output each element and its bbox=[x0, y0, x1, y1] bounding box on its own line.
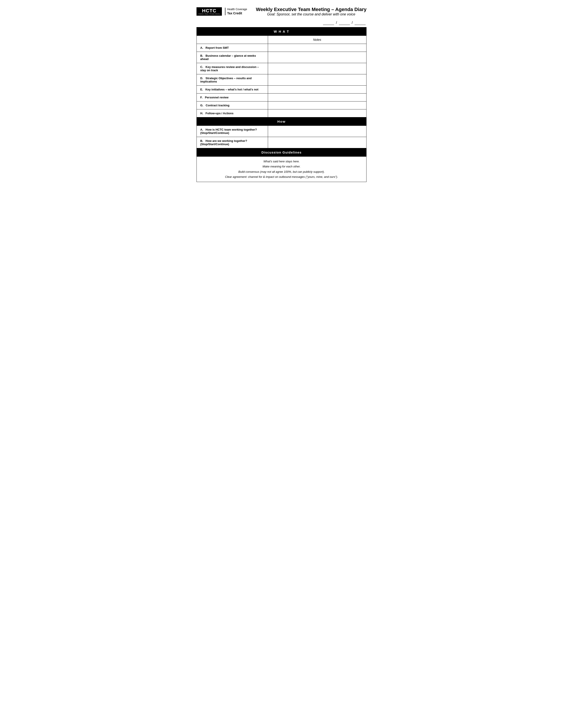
item-e-text: Key initiatives – what's hot / what's no… bbox=[205, 88, 258, 91]
how-a-label: A. How is HCTC team working together? (S… bbox=[197, 126, 268, 137]
how-a-text: How is HCTC team working together? (Stop… bbox=[200, 128, 257, 135]
how-section-row: How bbox=[197, 117, 367, 126]
logo-acronym: HCTC bbox=[202, 8, 216, 13]
item-f-notes bbox=[268, 94, 366, 101]
what-blank-label bbox=[197, 36, 268, 44]
item-g-label: G. Contract tracking bbox=[197, 101, 268, 109]
how-a-row: A. How is HCTC team working together? (S… bbox=[197, 126, 367, 137]
logo-line2: Tax Credit bbox=[227, 11, 247, 15]
how-b-text: How are we working together? (Stop/Start… bbox=[200, 139, 247, 146]
main-title: Weekly Executive Team Meeting – Agenda D… bbox=[256, 7, 367, 12]
what-header: W H A T bbox=[197, 27, 367, 36]
guideline-3: Build consensus (may not all agree 100%,… bbox=[200, 169, 363, 174]
how-a-notes bbox=[268, 126, 366, 137]
item-d-row: D. Strategic Objectives – results and im… bbox=[197, 74, 367, 86]
item-g-notes bbox=[268, 101, 366, 109]
logo-area: HCTC Federal • State • Private Industry … bbox=[196, 7, 247, 16]
item-g-row: G. Contract tracking bbox=[197, 101, 367, 109]
item-b-row: B. Business calendar – glance at weeks a… bbox=[197, 52, 367, 63]
agenda-table: W H A T Notes A. Report from SMT B. Busi… bbox=[196, 27, 367, 182]
item-b-text: Business calendar – glance at weeks ahea… bbox=[200, 54, 256, 61]
item-c-row: C. Key measures review and discussion – … bbox=[197, 63, 367, 74]
notes-header: Notes bbox=[268, 36, 366, 44]
what-section-row: W H A T bbox=[197, 27, 367, 36]
item-c-letter: C. bbox=[200, 65, 203, 69]
logo-line1: Health Coverage bbox=[227, 8, 247, 11]
guidelines-row: What's said here stays here. Make meanin… bbox=[197, 157, 367, 182]
item-a-letter: A. bbox=[200, 46, 203, 49]
item-f-label: F. Personnel review bbox=[197, 94, 268, 101]
guideline-2: Make meaning for each other. bbox=[200, 164, 363, 169]
title-area: Weekly Executive Team Meeting – Agenda D… bbox=[256, 7, 367, 16]
date-year bbox=[355, 21, 366, 25]
logo-subtext: Federal • State • Private Industry bbox=[198, 13, 220, 15]
date-day bbox=[339, 21, 350, 25]
item-a-label: A. Report from SMT bbox=[197, 44, 268, 52]
item-g-letter: G. bbox=[200, 104, 203, 107]
subtitle: Goal: Sponsor, set the course and delive… bbox=[256, 12, 367, 16]
item-h-letter: H. bbox=[200, 112, 203, 115]
item-h-label: H. Follow-ups / Actions bbox=[197, 109, 268, 117]
item-d-letter: D. bbox=[200, 77, 203, 80]
date-month bbox=[323, 21, 334, 25]
item-h-row: H. Follow-ups / Actions bbox=[197, 109, 367, 117]
how-header: How bbox=[197, 117, 367, 126]
guideline-1: What's said here stays here. bbox=[200, 159, 363, 164]
discussion-header: Discussion Guidelines bbox=[197, 148, 367, 157]
item-f-text: Personnel review bbox=[205, 96, 228, 99]
how-b-row: B. How are we working together? (Stop/St… bbox=[197, 137, 367, 148]
logo-text: Health Coverage Tax Credit bbox=[225, 8, 247, 15]
item-c-label: C. Key measures review and discussion – … bbox=[197, 63, 268, 74]
item-a-row: A. Report from SMT bbox=[197, 44, 367, 52]
guideline-4: Clear agreement: channel for & impact on… bbox=[200, 174, 363, 179]
item-e-letter: E. bbox=[200, 88, 203, 91]
item-c-notes bbox=[268, 63, 366, 74]
item-d-text: Strategic Objectives – results and impli… bbox=[200, 77, 252, 83]
item-b-label: B. Business calendar – glance at weeks a… bbox=[197, 52, 268, 63]
date-line: / / bbox=[196, 21, 367, 25]
item-a-notes bbox=[268, 44, 366, 52]
item-h-text: Follow-ups / Actions bbox=[205, 112, 233, 115]
logo-box: HCTC Federal • State • Private Industry bbox=[196, 7, 222, 16]
item-c-text: Key measures review and discussion – sta… bbox=[200, 65, 259, 72]
item-d-notes bbox=[268, 74, 366, 86]
item-b-letter: B. bbox=[200, 54, 203, 57]
item-d-label: D. Strategic Objectives – results and im… bbox=[197, 74, 268, 86]
item-e-notes bbox=[268, 86, 366, 94]
item-b-notes bbox=[268, 52, 366, 63]
item-f-row: F. Personnel review bbox=[197, 94, 367, 101]
guidelines-text: What's said here stays here. Make meanin… bbox=[197, 157, 367, 182]
item-e-label: E. Key initiatives – what's hot / what's… bbox=[197, 86, 268, 94]
discussion-section-row: Discussion Guidelines bbox=[197, 148, 367, 157]
item-a-text: Report from SMT bbox=[205, 46, 229, 49]
item-f-letter: F. bbox=[200, 96, 202, 99]
item-h-notes bbox=[268, 109, 366, 117]
how-b-letter: B. bbox=[200, 139, 203, 143]
page-header: HCTC Federal • State • Private Industry … bbox=[196, 7, 367, 16]
how-b-notes bbox=[268, 137, 366, 148]
how-b-label: B. How are we working together? (Stop/St… bbox=[197, 137, 268, 148]
how-a-letter: A. bbox=[200, 128, 203, 131]
notes-header-row: Notes bbox=[197, 36, 367, 44]
item-g-text: Contract tracking bbox=[206, 104, 229, 107]
item-e-row: E. Key initiatives – what's hot / what's… bbox=[197, 86, 367, 94]
